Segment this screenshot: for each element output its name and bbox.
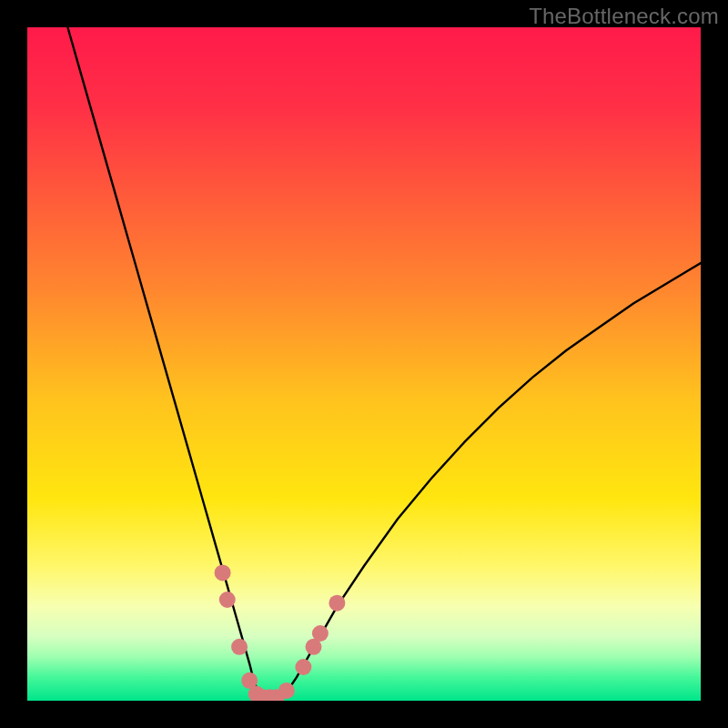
plot-area [27, 27, 701, 701]
chart-container: TheBottleneck.com [0, 0, 728, 728]
marker-point [278, 682, 295, 699]
marker-point [231, 639, 248, 655]
marker-point [215, 564, 231, 581]
watermark-text: TheBottleneck.com [529, 4, 719, 29]
chart-svg [27, 27, 701, 701]
marker-point [312, 625, 329, 642]
marker-point [295, 659, 311, 675]
marker-point [329, 595, 345, 612]
marker-point [219, 592, 236, 608]
background-gradient [27, 27, 701, 701]
